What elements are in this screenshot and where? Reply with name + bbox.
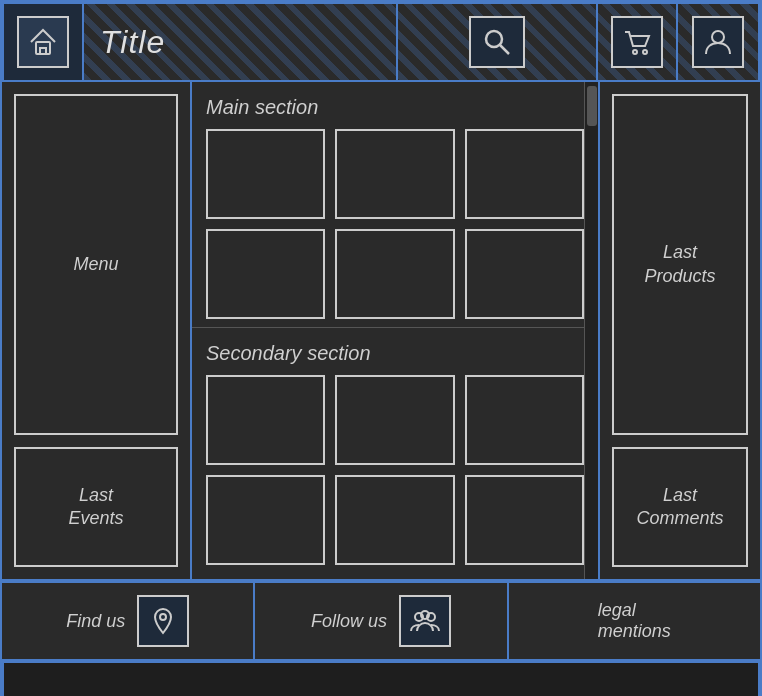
footer-find-us[interactable]: Find us — [2, 583, 255, 659]
find-us-icon-button[interactable] — [137, 595, 189, 647]
secondary-card[interactable] — [335, 375, 454, 465]
last-products-box[interactable]: LastProducts — [612, 94, 748, 435]
scrollbar[interactable] — [584, 82, 598, 579]
secondary-card[interactable] — [206, 375, 325, 465]
product-card[interactable] — [206, 229, 325, 319]
svg-point-7 — [160, 614, 166, 620]
product-card[interactable] — [335, 229, 454, 319]
user-icon — [702, 26, 734, 58]
svg-point-4 — [633, 50, 637, 54]
secondary-card[interactable] — [465, 375, 584, 465]
search-button[interactable] — [469, 16, 525, 68]
follow-us-label: Follow us — [311, 611, 387, 632]
header-user-area — [678, 4, 758, 80]
scrollbar-thumb[interactable] — [587, 86, 597, 126]
menu-label: Menu — [73, 253, 118, 276]
sidebar-left: Menu LastEvents — [2, 82, 192, 579]
page-wrapper: Title — [0, 0, 762, 696]
user-button[interactable] — [692, 16, 744, 68]
last-events-label: LastEvents — [68, 484, 123, 531]
footer-follow-us[interactable]: Follow us — [255, 583, 508, 659]
cart-icon — [621, 26, 653, 58]
secondary-card[interactable] — [206, 475, 325, 565]
svg-point-5 — [643, 50, 647, 54]
last-events-box[interactable]: LastEvents — [14, 447, 178, 567]
header-home — [4, 4, 84, 80]
home-button[interactable] — [17, 16, 69, 68]
legal-mentions-label: legalmentions — [598, 600, 671, 642]
social-icon — [409, 605, 441, 637]
secondary-card[interactable] — [335, 475, 454, 565]
header-cart-area — [598, 4, 678, 80]
cart-button[interactable] — [611, 16, 663, 68]
svg-line-3 — [500, 45, 509, 54]
last-comments-box[interactable]: LastComments — [612, 447, 748, 567]
footer-legal[interactable]: legalmentions — [509, 583, 760, 659]
find-us-label: Find us — [66, 611, 125, 632]
site-title: Title — [100, 24, 165, 61]
header-search-area — [398, 4, 598, 80]
search-icon — [481, 26, 513, 58]
header-title-area: Title — [84, 4, 398, 80]
svg-point-6 — [712, 31, 724, 43]
bottom-area — [2, 661, 760, 696]
main-section-title: Main section — [206, 96, 584, 119]
product-card[interactable] — [206, 129, 325, 219]
svg-point-2 — [486, 31, 502, 47]
product-card[interactable] — [465, 129, 584, 219]
secondary-products-grid — [206, 375, 584, 565]
product-card[interactable] — [335, 129, 454, 219]
secondary-card[interactable] — [465, 475, 584, 565]
main-products-grid — [206, 129, 584, 319]
home-icon — [27, 26, 59, 58]
follow-us-icon-button[interactable] — [399, 595, 451, 647]
header: Title — [2, 2, 760, 82]
main-section: Main section — [192, 82, 598, 328]
last-comments-label: LastComments — [636, 484, 723, 531]
svg-rect-1 — [40, 48, 46, 54]
main-content: Menu LastEvents Main section — [2, 82, 760, 581]
product-card[interactable] — [465, 229, 584, 319]
sidebar-right: LastProducts LastComments — [600, 82, 760, 579]
location-icon — [147, 605, 179, 637]
secondary-section: Secondary section — [192, 328, 598, 579]
footer: Find us Follow us — [2, 581, 760, 661]
center-content: Main section Secondary section — [192, 82, 600, 579]
menu-box[interactable]: Menu — [14, 94, 178, 435]
secondary-section-title: Secondary section — [206, 342, 584, 365]
last-products-label: LastProducts — [644, 241, 715, 288]
